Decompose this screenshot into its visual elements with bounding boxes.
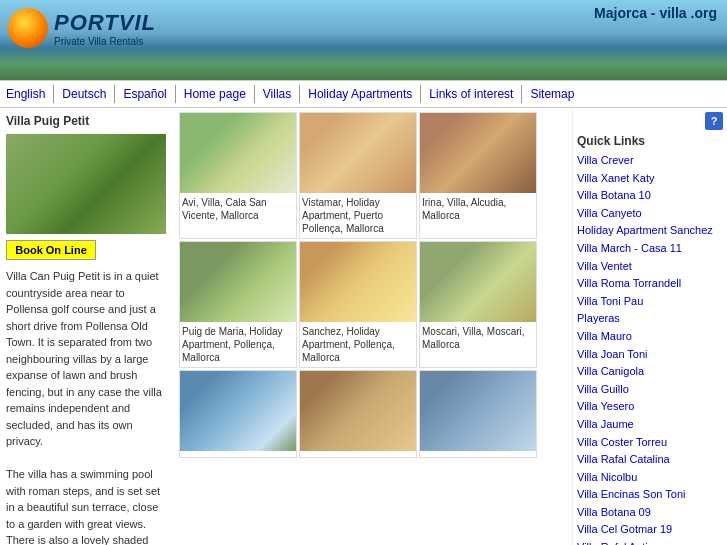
quick-link-item[interactable]: Villa Roma Torrandell xyxy=(577,275,723,293)
villa-image-2 xyxy=(300,113,416,193)
grid-item-9[interactable] xyxy=(419,370,537,458)
logo-sun-icon xyxy=(8,8,48,48)
villa-image-6 xyxy=(420,242,536,322)
grid-item-7[interactable] xyxy=(179,370,297,458)
property-image xyxy=(6,134,166,234)
quick-link-item[interactable]: Villa Xanet Katy xyxy=(577,170,723,188)
nav-villas[interactable]: Villas xyxy=(255,85,300,103)
quick-link-item[interactable]: Villa Rafal Catalina xyxy=(577,451,723,469)
quick-link-item[interactable]: Villa Joan Toni xyxy=(577,346,723,364)
villa-caption-5: Sanchez, Holiday Apartment, Pollença, Ma… xyxy=(300,322,416,367)
quick-link-item[interactable]: Villa Cel Gotmar 19 xyxy=(577,521,723,539)
grid-item-4[interactable]: Puig de Maria, Holiday Apartment, Pollen… xyxy=(179,241,297,368)
quick-link-item[interactable]: Villa March - Casa 11 xyxy=(577,240,723,258)
villa-caption-4: Puig de Maria, Holiday Apartment, Pollen… xyxy=(180,322,296,367)
logo-name: PORTVIL xyxy=(54,10,156,36)
quick-links-list: Villa CreverVilla Xanet KatyVilla Botana… xyxy=(577,152,723,545)
grid-row-2: Puig de Maria, Holiday Apartment, Pollen… xyxy=(179,241,568,368)
site-title: Majorca - villa .org xyxy=(594,5,717,21)
villa-caption-7 xyxy=(180,451,296,457)
quick-link-item[interactable]: Villa Canigola xyxy=(577,363,723,381)
header: PORTVIL Private Villa Rentals Majorca - … xyxy=(0,0,727,80)
villa-caption-6: Moscari, Villa, Moscari, Mallorca xyxy=(420,322,536,354)
navigation: English Deutsch Español Home page Villas… xyxy=(0,80,727,108)
grid-item-1[interactable]: Avi, Villa, Cala San Vicente, Mallorca xyxy=(179,112,297,239)
quick-link-item[interactable]: Villa Yesero xyxy=(577,398,723,416)
quick-link-item[interactable]: Holiday Apartment Sanchez xyxy=(577,222,723,240)
grid-item-8[interactable] xyxy=(299,370,417,458)
quick-link-item[interactable]: Villa Guillo xyxy=(577,381,723,399)
header-overlay: PORTVIL Private Villa Rentals Majorca - … xyxy=(0,0,727,80)
main-content: Villa Puig Petit Book On Line Villa Can … xyxy=(0,108,727,545)
nav-holiday-apartments[interactable]: Holiday Apartments xyxy=(300,85,421,103)
nav-espanol[interactable]: Español xyxy=(115,85,175,103)
grid-row-1: Avi, Villa, Cala San Vicente, Mallorca V… xyxy=(179,112,568,239)
villa-caption-3: Irina, Villa, Alcudia, Mallorca xyxy=(420,193,536,225)
grid-item-2[interactable]: Vistamar, Holiday Apartment, Puerto Poll… xyxy=(299,112,417,239)
help-icon[interactable]: ? xyxy=(705,112,723,130)
quick-link-item[interactable]: Villa Rafal Antic xyxy=(577,539,723,545)
quick-link-item[interactable]: Villa Jaume xyxy=(577,416,723,434)
quick-link-item[interactable]: Playeras xyxy=(577,310,723,328)
logo-area: PORTVIL Private Villa Rentals xyxy=(8,8,156,48)
villa-image-7 xyxy=(180,371,296,451)
nav-deutsch[interactable]: Deutsch xyxy=(54,85,115,103)
quick-link-item[interactable]: Villa Crever xyxy=(577,152,723,170)
villa-image-9 xyxy=(420,371,536,451)
villa-image-3 xyxy=(420,113,536,193)
grid-item-3[interactable]: Irina, Villa, Alcudia, Mallorca xyxy=(419,112,537,239)
quick-link-item[interactable]: Villa Nicolbu xyxy=(577,469,723,487)
grid-item-5[interactable]: Sanchez, Holiday Apartment, Pollença, Ma… xyxy=(299,241,417,368)
villa-image-1 xyxy=(180,113,296,193)
villa-image-4 xyxy=(180,242,296,322)
villa-caption-1: Avi, Villa, Cala San Vicente, Mallorca xyxy=(180,193,296,225)
quick-link-item[interactable]: Villa Encinas Son Toni xyxy=(577,486,723,504)
logo-tagline: Private Villa Rentals xyxy=(54,36,156,47)
quick-link-item[interactable]: Villa Toni Pau xyxy=(577,293,723,311)
quick-link-item[interactable]: Villa Coster Torreu xyxy=(577,434,723,452)
logo-text: PORTVIL Private Villa Rentals xyxy=(54,10,156,47)
nav-links[interactable]: Links of interest xyxy=(421,85,522,103)
right-column: ? Quick Links Villa CreverVilla Xanet Ka… xyxy=(572,108,727,545)
center-column: Avi, Villa, Cala San Vicente, Mallorca V… xyxy=(175,108,572,545)
villa-image-5 xyxy=(300,242,416,322)
nav-sitemap[interactable]: Sitemap xyxy=(522,85,582,103)
villa-caption-8 xyxy=(300,451,416,457)
property-title: Villa Puig Petit xyxy=(6,114,169,128)
villa-image-8 xyxy=(300,371,416,451)
property-description: Villa Can Puig Petit is in a quiet count… xyxy=(6,268,169,545)
quick-link-item[interactable]: Villa Ventet xyxy=(577,258,723,276)
book-online-button[interactable]: Book On Line xyxy=(6,240,96,260)
nav-english[interactable]: English xyxy=(6,85,54,103)
quick-link-item[interactable]: Villa Canyeto xyxy=(577,205,723,223)
villa-caption-9 xyxy=(420,451,536,457)
quick-link-item[interactable]: Villa Botana 09 xyxy=(577,504,723,522)
quick-link-item[interactable]: Villa Mauro xyxy=(577,328,723,346)
left-column: Villa Puig Petit Book On Line Villa Can … xyxy=(0,108,175,545)
villa-caption-2: Vistamar, Holiday Apartment, Puerto Poll… xyxy=(300,193,416,238)
nav-home[interactable]: Home page xyxy=(176,85,255,103)
quick-links-title: Quick Links xyxy=(577,134,723,148)
grid-item-6[interactable]: Moscari, Villa, Moscari, Mallorca xyxy=(419,241,537,368)
quick-link-item[interactable]: Villa Botana 10 xyxy=(577,187,723,205)
grid-row-3 xyxy=(179,370,568,458)
